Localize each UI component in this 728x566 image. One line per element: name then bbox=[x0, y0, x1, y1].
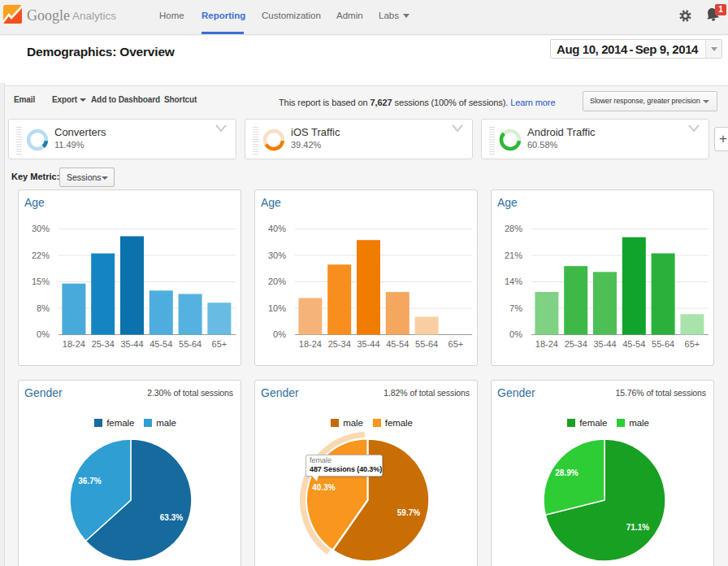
svg-text:65+: 65+ bbox=[448, 339, 464, 349]
svg-text:40.3%: 40.3% bbox=[312, 483, 335, 492]
svg-text:25-34: 25-34 bbox=[328, 339, 351, 349]
svg-text:30%: 30% bbox=[32, 224, 50, 233]
svg-text:21%: 21% bbox=[505, 250, 522, 260]
svg-text:18-24: 18-24 bbox=[63, 339, 85, 349]
svg-text:35-44: 35-44 bbox=[120, 339, 143, 349]
svg-text:35-44: 35-44 bbox=[593, 339, 616, 349]
svg-text:7%: 7% bbox=[509, 303, 522, 313]
svg-text:10%: 10% bbox=[268, 303, 286, 313]
svg-text:55-64: 55-64 bbox=[179, 339, 202, 349]
svg-text:30%: 30% bbox=[268, 250, 286, 260]
svg-text:8%: 8% bbox=[37, 303, 50, 313]
svg-text:15%: 15% bbox=[32, 276, 50, 286]
svg-text:45-54: 45-54 bbox=[622, 339, 645, 349]
svg-text:45-54: 45-54 bbox=[150, 339, 172, 349]
svg-text:18-24: 18-24 bbox=[535, 339, 558, 349]
svg-text:45-54: 45-54 bbox=[386, 339, 409, 349]
svg-text:0%: 0% bbox=[37, 329, 50, 339]
svg-text:71.1%: 71.1% bbox=[626, 523, 649, 532]
svg-text:65+: 65+ bbox=[685, 339, 700, 349]
svg-text:63.3%: 63.3% bbox=[160, 513, 183, 522]
svg-text:14%: 14% bbox=[505, 276, 522, 286]
svg-text:20%: 20% bbox=[268, 276, 286, 286]
svg-text:28.9%: 28.9% bbox=[555, 468, 578, 477]
svg-text:22%: 22% bbox=[32, 250, 50, 260]
svg-text:36.7%: 36.7% bbox=[78, 477, 101, 485]
svg-text:59.7%: 59.7% bbox=[397, 508, 420, 517]
svg-text:55-64: 55-64 bbox=[415, 339, 438, 349]
svg-text:25-34: 25-34 bbox=[565, 339, 587, 349]
svg-text:28%: 28% bbox=[505, 224, 522, 233]
svg-text:55-64: 55-64 bbox=[652, 339, 674, 349]
svg-text:0%: 0% bbox=[273, 329, 286, 339]
svg-text:35-44: 35-44 bbox=[357, 339, 379, 349]
svg-text:0%: 0% bbox=[509, 329, 522, 339]
svg-text:40%: 40% bbox=[268, 224, 286, 233]
svg-text:25-34: 25-34 bbox=[92, 339, 115, 349]
svg-text:18-24: 18-24 bbox=[299, 339, 322, 349]
svg-text:65+: 65+ bbox=[212, 339, 228, 349]
